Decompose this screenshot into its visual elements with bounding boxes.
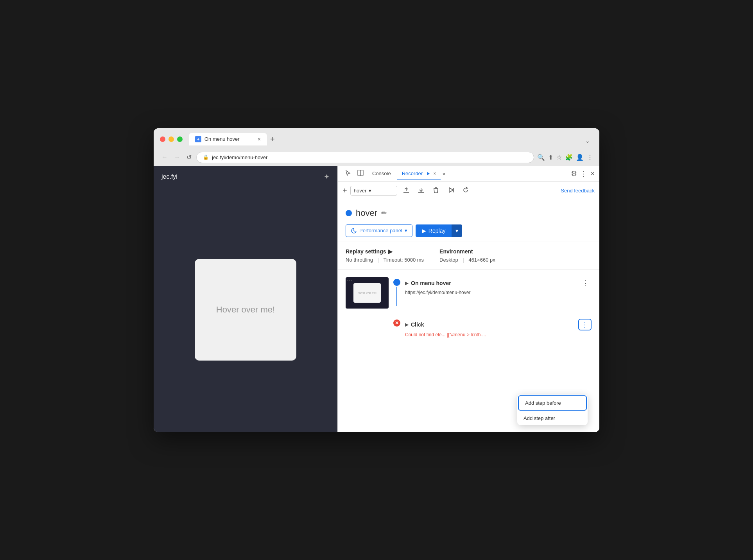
throttling-value: No throttling [346,257,373,263]
desktop-value: Desktop [439,257,458,263]
minimize-traffic-light[interactable] [169,136,174,142]
step-header-main: ▶ On menu hover ⋮ [405,278,592,288]
step-expand-icon[interactable]: ▶ [405,280,409,286]
settings-section: Replay settings ▶ No throttling | Timeou… [338,242,599,269]
replay-button[interactable]: ▶ Replay [416,224,452,237]
step-group: • • • Hover over me! ▶ On [338,269,599,345]
add-step-after-menu-item[interactable]: Add step after [517,411,588,425]
profile-icon[interactable]: 👤 [576,154,584,161]
maximize-traffic-light[interactable] [177,136,183,142]
devtools-dock-icon[interactable] [355,168,366,179]
perf-panel-label: Performance panel [359,228,402,233]
recording-title: hover ✏ [346,208,592,218]
tab-bar: On menu hover × + ⌄ [189,133,593,145]
step-title-main: On menu hover [411,280,451,286]
title-bar-top: On menu hover × + ⌄ [160,133,593,145]
step-error-text: Could not find ele... [["#menu > li:nth-… [405,332,592,337]
bookmark-icon[interactable]: ☆ [556,154,562,161]
environment-label: Environment [439,248,495,255]
devtools-cursor-icon[interactable] [342,168,353,179]
recording-selector[interactable]: hover ▾ [350,186,397,196]
tab-recorder[interactable]: Recorder × [397,167,441,180]
environment-col: Environment Desktop | 461×660 px [439,248,495,263]
search-icon[interactable]: 🔍 [537,154,545,161]
recording-selector-value: hover [354,188,367,194]
extensions-icon[interactable]: 🧩 [565,154,573,161]
address-bar: ← → ↺ 🔒 jec.fyi/demo/menu-hover 🔍 ⬆ ☆ 🧩 … [154,149,599,166]
more-tabs-button[interactable]: » [442,171,445,177]
url-text: jec.fyi/demo/menu-hover [212,154,267,160]
environment-values: Desktop | 461×660 px [439,257,495,263]
theme-toggle-button[interactable]: ✦ [324,172,330,181]
devtools-panel: Console Recorder × » ⚙ ⋮ × + hover ▾ [337,166,599,432]
svg-marker-3 [427,172,430,175]
tab-title: On menu hover [204,136,240,142]
step-kebab-main[interactable]: ⋮ [580,278,592,288]
webpage-logo: jec.fyi [161,173,177,180]
devtools-settings-icon[interactable]: ⚙ [571,169,577,178]
devtools-kebab-icon[interactable]: ⋮ [579,169,589,178]
step-thumbnail: • • • Hover over me! [346,277,389,309]
menu-icon[interactable]: ⋮ [587,154,593,161]
replay-settings-values: No throttling | Timeout: 5000 ms [346,257,424,263]
tab-close-button[interactable]: × [258,136,261,142]
replay-settings-col: Replay settings ▶ No throttling | Timeou… [346,248,424,263]
replay-step-button[interactable] [460,184,472,197]
webpage-center: Hover over me! [154,187,337,432]
replay-icon: ▶ [422,228,426,234]
forward-button[interactable]: → [172,152,182,162]
add-step-before-menu-item[interactable]: Add step before [518,395,587,411]
new-tab-button[interactable]: + [267,133,278,145]
edit-recording-name-button[interactable]: ✏ [381,209,387,217]
performance-panel-button[interactable]: Performance panel ▾ [346,224,412,237]
close-traffic-light[interactable] [160,136,165,142]
replay-label: Replay [428,228,446,234]
steps-section: • • • Hover over me! ▶ On [338,269,599,432]
hover-card[interactable]: Hover over me! [195,259,296,361]
replay-dropdown-button[interactable]: ▾ [452,224,462,237]
step-kebab-click[interactable]: ⋮ [578,319,592,330]
step-circle-main [393,279,400,286]
browser-window: On menu hover × + ⌄ ← → ↺ 🔒 jec.fyi/demo… [154,128,599,432]
resolution-value: 461×660 px [468,257,495,263]
context-menu: Add step before Add step after [517,395,588,425]
recording-actions: Performance panel ▾ ▶ Replay ▾ [346,224,592,237]
refresh-button[interactable]: ↺ [185,152,193,163]
active-tab[interactable]: On menu hover × [189,133,267,145]
step-expand-click-icon[interactable]: ▶ [405,322,409,327]
step-connector-error: ✕ [393,318,400,327]
step-title-click: Click [411,321,424,328]
step-line [396,287,397,306]
hover-card-text: Hover over me! [216,305,275,315]
recording-dot [346,210,352,216]
tab-console[interactable]: Console [368,167,396,180]
step-url: https://jec.fyi/demo/menu-hover [405,290,592,295]
back-button[interactable]: ← [160,152,169,162]
replay-settings-expand-icon: ▶ [388,248,393,255]
step-error-circle: ✕ [393,319,400,327]
title-bar: On menu hover × + ⌄ [154,128,599,149]
add-recording-button[interactable]: + [342,186,347,195]
delete-button[interactable] [430,184,442,197]
timeout-value: Timeout: 5000 ms [384,257,424,263]
send-feedback-button[interactable]: Send feedback [561,188,595,194]
step-header-click: ▶ Click ⋮ [405,319,592,330]
recording-selector-arrow: ▾ [369,188,371,194]
tab-dropdown[interactable]: ⌄ [582,136,593,145]
recorder-tab-close[interactable]: × [433,171,436,176]
download-button[interactable] [415,184,427,197]
recording-section: hover ✏ Performance panel ▾ ▶ Replay [338,200,599,242]
devtools-close-button[interactable]: × [590,170,595,178]
address-input[interactable]: 🔒 jec.fyi/demo/menu-hover [196,152,534,163]
perf-panel-dropdown-arrow[interactable]: ▾ [405,228,407,233]
step-item-group: • • • Hover over me! ▶ On [344,274,593,312]
share-icon[interactable]: ⬆ [548,154,553,161]
devtools-tab-bar: Console Recorder × » ⚙ ⋮ × [338,166,599,182]
recording-name: hover [356,208,377,218]
replay-settings-label[interactable]: Replay settings ▶ [346,248,424,255]
address-actions: 🔍 ⬆ ☆ 🧩 👤 ⋮ [537,154,593,161]
traffic-lights [160,136,183,142]
step-item-click: ✕ ▶ Click ⋮ Could not find ele... [["#me… [344,315,593,341]
play-step-button[interactable] [445,184,457,197]
upload-button[interactable] [400,184,412,197]
